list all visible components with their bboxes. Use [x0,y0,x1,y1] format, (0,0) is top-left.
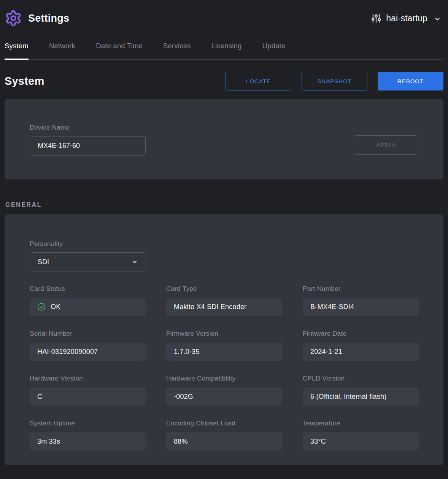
settings-tabbar: System Network Date and Time Services Li… [5,36,443,60]
device-selector-dropdown[interactable]: hai-startup [370,10,442,26]
chevron-down-icon [434,15,441,23]
device-name-label: Device Name [30,124,146,132]
locate-button[interactable]: LOCATE [226,72,291,90]
general-section-heading: GENERAL [5,201,443,208]
chevron-down-icon [131,259,138,265]
field-encoding-chipset-load: Encoding Chipset Load 88% [166,420,282,450]
personality-selected-value: SDI [38,258,49,266]
field-cpld-version: CPLD Version 6 (Official, Internal flash… [303,375,419,406]
part-number-value: B-MX4E-SDI4 [303,298,419,316]
apply-button[interactable]: APPLY [354,135,418,155]
field-part-number: Part Number B-MX4E-SDI4 [303,285,419,316]
field-firmware-version: Firmware Version 1.7.0-35 [166,330,282,361]
tab-system[interactable]: System [5,36,29,59]
field-firmware-date: Firmware Date 2024-1-21 [303,330,419,361]
snapshot-button[interactable]: SNAPSHOT [302,72,367,90]
card-type-value: Makito X4 SDI Encoder [166,298,282,316]
firmware-date-value: 2024-1-21 [303,343,419,361]
device-name-input[interactable] [30,136,146,155]
tab-update[interactable]: Update [262,36,286,59]
settings-gear-icon [5,10,22,27]
field-card-type: Card Type Makito X4 SDI Encoder [166,285,282,316]
personality-select[interactable]: SDI [30,252,146,271]
field-hardware-compatibility: Hardware Compatibility -002G [166,375,282,406]
field-hardware-version: Hardware Version C [30,375,146,406]
sliders-icon [371,13,381,24]
tab-services[interactable]: Services [163,36,191,59]
system-uptime-value: 3m 33s [30,432,146,450]
hardware-version-value: C [30,387,146,406]
general-fields-grid: Card Status OK Card Type Makito X4 SDI E… [30,285,418,450]
page-title: System [5,75,44,87]
cpld-version-value: 6 (Official, Internal flash) [303,387,419,406]
device-selector-label: hai-startup [386,13,427,24]
tab-network[interactable]: Network [49,36,75,59]
field-card-status: Card Status OK [30,285,146,316]
field-serial-number: Serial Number HAI-031920090007 [30,330,146,361]
field-system-uptime: System Uptime 3m 33s [30,420,146,450]
reboot-button[interactable]: REBOOT [378,72,443,90]
temperature-value: 33°C [303,432,419,450]
status-ok-check-icon [37,303,46,311]
serial-number-value: HAI-031920090007 [30,343,146,361]
tab-date-and-time[interactable]: Date and Time [96,36,143,59]
general-panel: Personality SDI Card Status OK Card Type… [5,214,443,465]
card-status-value: OK [51,303,60,311]
page-title-row: System LOCATE SNAPSHOT REBOOT [5,72,443,90]
app-header: Settings hai-startup [0,0,448,36]
app-title: Settings [28,13,69,24]
personality-label: Personality [30,240,418,248]
tab-licensing[interactable]: Licensing [211,36,242,59]
page-actions: LOCATE SNAPSHOT REBOOT [226,72,443,90]
device-name-panel: Device Name APPLY [5,99,443,179]
firmware-version-value: 1.7.0-35 [166,343,282,361]
hardware-compatibility-value: -002G [166,387,282,406]
field-temperature: Temperature 33°C [303,420,419,450]
encoding-chipset-load-value: 88% [166,432,282,450]
